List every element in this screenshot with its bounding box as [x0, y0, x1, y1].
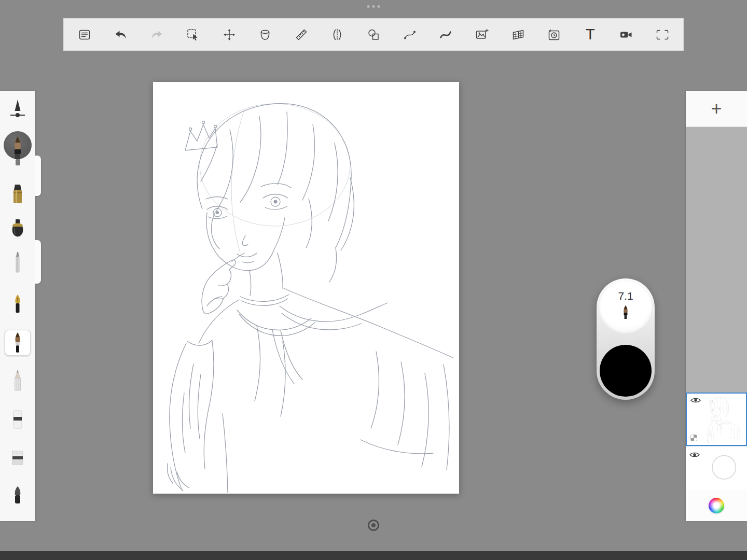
symmetry-icon [330, 27, 344, 42]
round-brush-tool[interactable] [4, 131, 32, 159]
text-icon: T [586, 27, 595, 42]
transparency-lock-icon[interactable] [690, 435, 697, 441]
menu-button[interactable] [75, 24, 94, 45]
fullscreen-button[interactable] [653, 24, 672, 45]
stroke-size-adjuster-icon [6, 94, 29, 123]
stroke-size-adjuster-tool[interactable] [6, 94, 29, 123]
drawing-canvas[interactable] [153, 82, 459, 494]
record-button[interactable] [617, 24, 635, 45]
brush-sidebar [0, 91, 35, 521]
move-arrows-icon [222, 27, 237, 42]
marquee-select-icon [186, 27, 200, 42]
canvas-rotate-button[interactable] [368, 520, 379, 531]
brush-tip-icon [619, 303, 632, 321]
wide-eraser-icon [6, 444, 29, 473]
time-lapse-button[interactable] [545, 24, 563, 45]
expand-icon [655, 27, 670, 42]
layer-visibility-button[interactable] [689, 451, 700, 458]
layer-visibility-button[interactable] [690, 397, 701, 404]
pencil-icon [6, 368, 29, 397]
perspective-grid-icon [511, 27, 525, 42]
ballpoint-pen-tool[interactable] [6, 250, 29, 279]
layer-item[interactable] [686, 446, 747, 490]
ballpoint-pen-icon [6, 250, 29, 279]
fill-tool-button[interactable] [256, 24, 274, 45]
undo-arrow-icon [114, 27, 128, 42]
handle-dot [372, 5, 375, 8]
perspective-tool-button[interactable] [509, 24, 528, 45]
brush-pen-icon [7, 330, 28, 355]
curve-icon [438, 27, 453, 42]
layers-panel: + [686, 91, 747, 521]
sketch-drawing [153, 82, 459, 494]
add-layer-button[interactable]: + [686, 91, 747, 127]
ruler-icon [294, 27, 309, 42]
image-add-icon [475, 27, 489, 42]
redo-arrow-icon [149, 27, 164, 42]
current-color-swatch[interactable] [600, 345, 652, 397]
marker-icon [6, 181, 29, 211]
sidebar-pull-tab[interactable] [35, 240, 41, 284]
list-icon [77, 27, 92, 42]
partial-brush[interactable] [16, 159, 20, 165]
dotted-curve-tool-button[interactable] [400, 24, 419, 45]
handle-dot [367, 5, 370, 8]
color-picker-area [686, 490, 747, 521]
layers-empty-area [686, 127, 747, 393]
fountain-pen-icon [6, 292, 29, 321]
airbrush-icon [6, 217, 29, 246]
select-tool-button[interactable] [184, 24, 202, 45]
eraser-icon [6, 407, 29, 436]
brush-pen-tool-selected[interactable] [5, 330, 31, 356]
text-tool-button[interactable]: T [581, 24, 600, 45]
shapes-icon [366, 27, 381, 42]
fountain-pen-tool[interactable] [6, 292, 29, 321]
symmetry-tool-button[interactable] [328, 24, 347, 45]
add-layer-label: + [711, 100, 722, 118]
curve-points-icon [403, 27, 417, 42]
replay-box-icon [547, 27, 561, 42]
video-camera-icon [619, 27, 633, 42]
undo-button[interactable] [112, 24, 130, 45]
ruler-tool-button[interactable] [292, 24, 311, 45]
sidebar-pull-tab[interactable] [35, 156, 41, 196]
layer-item-selected[interactable] [686, 393, 747, 446]
layer-thumbnail [702, 395, 744, 443]
import-image-button[interactable] [473, 24, 491, 45]
window-handle-dots[interactable] [367, 5, 380, 8]
brush-size-popover: 7.1 [597, 278, 655, 400]
pencil-tool[interactable] [6, 368, 29, 397]
airbrush-tool[interactable] [6, 217, 29, 246]
curve-tool-button[interactable] [436, 24, 455, 45]
blender-icon [6, 482, 29, 511]
eye-icon [690, 397, 701, 404]
eraser-tool[interactable] [6, 407, 29, 436]
handle-dot [378, 5, 380, 8]
bottom-bar [0, 551, 747, 560]
top-toolbar: T [63, 18, 684, 51]
brush-size-value: 7.1 [618, 290, 633, 302]
brush-size-control[interactable]: 7.1 [599, 281, 652, 334]
blender-tool[interactable] [6, 482, 29, 511]
redo-button[interactable] [147, 24, 166, 45]
transform-tool-button[interactable] [220, 24, 239, 45]
round-brush-icon [6, 133, 29, 159]
layer-thumbnail [701, 448, 745, 488]
paint-can-icon [258, 27, 272, 42]
wide-eraser-tool[interactable] [6, 444, 29, 473]
eye-icon [689, 451, 700, 458]
color-wheel-icon[interactable] [709, 498, 724, 513]
shapes-tool-button[interactable] [364, 24, 383, 45]
marker-tool[interactable] [6, 181, 29, 211]
